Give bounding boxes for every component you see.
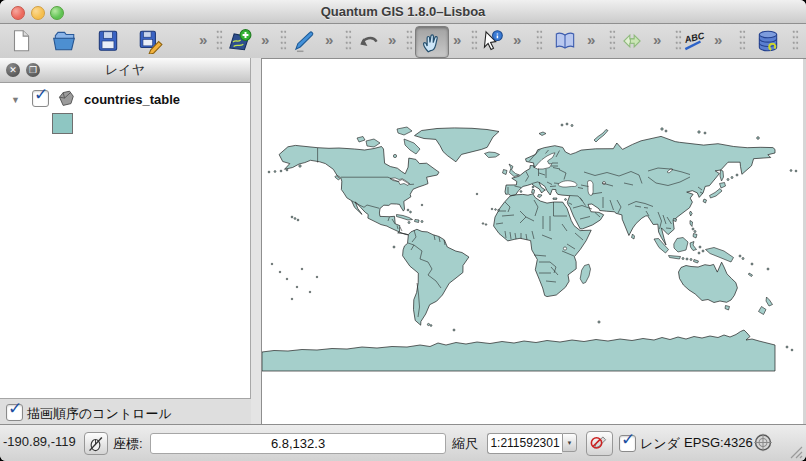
render-order-checkbox[interactable]: ✓ <box>6 404 23 421</box>
abc-label-text: ABC <box>683 30 706 45</box>
kyushu <box>703 199 707 203</box>
java <box>669 256 681 260</box>
novaya-zemlya <box>594 130 608 143</box>
layer-visibility-checkbox[interactable]: ✓ <box>32 90 49 107</box>
new-caledonia <box>749 273 753 277</box>
toolbar-separator <box>739 30 746 52</box>
expand-triangle-icon[interactable]: ▼ <box>11 95 20 105</box>
pan-hand-icon <box>419 29 445 55</box>
victoria-island <box>366 139 380 147</box>
main-toolbar: » » » » » » » » ABC » <box>0 24 806 59</box>
identify-features-button[interactable] <box>479 28 505 54</box>
nz-south-island <box>759 307 767 315</box>
lake-victoria <box>563 247 566 250</box>
taiwan <box>690 211 693 216</box>
antarctica <box>262 330 775 371</box>
coordinate-label: 座標: <box>113 435 143 453</box>
map-canvas[interactable] <box>261 58 803 424</box>
toolbar-overflow-chevron[interactable]: » <box>325 32 333 48</box>
save-project-button[interactable] <box>95 28 121 54</box>
check-icon: ✓ <box>621 429 635 450</box>
resize-grip[interactable] <box>790 445 803 458</box>
identify-cursor-icon <box>479 28 505 54</box>
edit-tool-button[interactable] <box>291 28 317 54</box>
hainan <box>673 219 677 222</box>
hispaniola <box>415 220 420 223</box>
undo-arrow-icon <box>356 28 382 54</box>
save-project-as-button[interactable] <box>137 28 163 54</box>
open-folder-icon <box>51 28 77 54</box>
layer-symbol-swatch[interactable] <box>52 113 73 134</box>
pan-map-button[interactable] <box>415 26 449 58</box>
borneo <box>674 238 688 253</box>
toolbar-separator <box>216 30 223 52</box>
south-america <box>403 229 469 325</box>
layer-name: countries_table <box>84 92 180 107</box>
layers-panel: ✕ ❐ レイヤ ▼ ✓ countries_table <box>0 58 251 398</box>
undo-button[interactable] <box>356 28 382 54</box>
toolbar-overflow-chevron[interactable]: » <box>199 32 207 48</box>
cuba <box>397 215 413 221</box>
render-order-label: 描画順序のコントロール <box>27 405 172 423</box>
stop-rendering-button[interactable] <box>586 431 613 456</box>
mouse-position-readout: -190.89,-119 <box>3 434 84 449</box>
toolbar-overflow-chevron[interactable]: » <box>388 32 396 48</box>
toolbar-overflow-chevron[interactable]: » <box>653 32 661 48</box>
luzon <box>690 221 693 227</box>
sulawesi <box>690 242 697 251</box>
toolbar-separator <box>280 30 287 52</box>
render-order-row: ✓ 描画順序のコントロール <box>0 398 251 425</box>
toolbar-overflow-chevron[interactable]: » <box>587 32 595 48</box>
hokkaido <box>720 183 726 189</box>
check-icon: ✓ <box>8 398 22 419</box>
great-britain <box>509 164 520 177</box>
svalbard <box>539 132 546 136</box>
crs-status: EPSG:4326 <box>684 435 753 450</box>
render-label: レンダ <box>640 435 680 453</box>
toolbar-overflow-chevron[interactable]: » <box>513 32 521 48</box>
caspian-sea <box>588 181 594 196</box>
toolbar-separator <box>792 30 799 52</box>
scale-combobox[interactable]: 1:211592301 ▼ <box>487 433 577 452</box>
toolbar-separator <box>406 30 413 52</box>
scale-value[interactable]: 1:211592301 <box>487 433 562 454</box>
panel-splitter[interactable] <box>251 58 261 424</box>
baffin-island <box>404 139 420 154</box>
toolbar-overflow-chevron[interactable]: » <box>453 32 461 48</box>
abc-label-icon: ABC <box>681 28 707 54</box>
add-vector-layer-button[interactable] <box>226 28 252 54</box>
zoom-history-arrows-icon <box>619 28 645 54</box>
layer-item-countries-table[interactable]: ▼ ✓ countries_table <box>0 89 250 111</box>
timor <box>694 260 699 264</box>
sri-lanka <box>632 234 635 239</box>
bookmark-button[interactable] <box>552 28 578 54</box>
sakhalin <box>720 170 724 181</box>
database-icon <box>755 28 781 54</box>
new-guinea <box>706 248 734 263</box>
tasmania <box>725 306 730 311</box>
mindanao <box>693 234 697 239</box>
banks-island <box>357 137 365 143</box>
sicily <box>538 195 543 198</box>
crs-selector-button[interactable] <box>751 431 777 454</box>
zoom-history-button[interactable] <box>619 28 645 54</box>
save-as-icon <box>137 28 163 54</box>
database-button[interactable] <box>755 28 781 54</box>
labeling-button[interactable]: ABC <box>681 28 707 54</box>
scale-label: 縮尺 <box>452 435 478 453</box>
crs-globe-icon <box>752 432 774 453</box>
new-project-button[interactable] <box>8 28 34 54</box>
toolbar-overflow-chevron[interactable]: » <box>714 32 722 48</box>
dropdown-arrow-icon[interactable]: ▼ <box>562 433 577 452</box>
coordinate-input[interactable] <box>150 433 446 454</box>
greenland <box>415 128 500 162</box>
sumatra <box>654 239 669 254</box>
save-icon <box>95 28 121 54</box>
render-checkbox[interactable]: ✓ <box>619 435 636 452</box>
new-file-icon <box>8 28 34 54</box>
open-project-button[interactable] <box>51 28 77 54</box>
toolbar-overflow-chevron[interactable]: » <box>261 32 269 48</box>
nz-north-island <box>766 297 773 306</box>
toggle-mouse-tracking-button[interactable] <box>84 432 108 455</box>
layers-panel-header: ✕ ❐ レイヤ <box>0 58 250 83</box>
